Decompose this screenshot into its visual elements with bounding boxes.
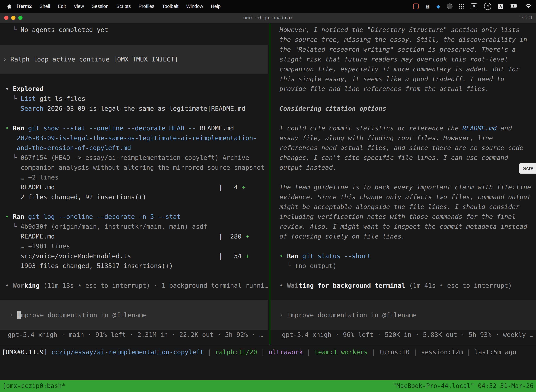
text-segment: essay file, along with finding root file… — [279, 134, 493, 142]
terminal-line: companion file, especially if more comme… — [279, 64, 536, 74]
window-title: omx --xhigh --madmax — [0, 15, 536, 21]
text-segment: king — [24, 282, 40, 289]
dots-grid-icon[interactable] — [459, 4, 464, 9]
menu-bar: iTerm2 Shell Edit View Session Scripts P… — [0, 0, 536, 13]
tmux-host-time-label: "MacBook-Pro-44.local" 04:52 31-Mar-26 — [393, 382, 534, 389]
screen-share-button[interactable]: Scre — [519, 163, 536, 174]
terminal-line: slight risk that future readers may over… — [279, 54, 536, 64]
text-segment: the "Related research writing" section i… — [279, 46, 516, 53]
text-segment: review. Also, I might want to inspect th… — [279, 223, 527, 230]
terminal-line: └ (no output) — [279, 261, 536, 271]
text-segment: companion analysis without altering the … — [5, 164, 264, 171]
text-segment: references need actual files, and since … — [279, 144, 523, 151]
text-segment: The team guideline is to back every impo… — [279, 183, 531, 191]
text-segment: | — [257, 348, 268, 356]
dots-grid-glyph — [459, 4, 460, 5]
prompt-input-left[interactable]: › Improve documentation in @filename — [0, 300, 268, 330]
apple-menu-icon[interactable] — [7, 4, 12, 9]
terminal-line: Considering citation options — [279, 104, 536, 113]
text-segment: … +1901 lines — [5, 243, 70, 250]
terminal-line: 2026-03-09-is-legal-the-same-as-legitima… — [5, 133, 270, 143]
terminal-line — [279, 94, 536, 104]
menu-item-session[interactable]: Session — [88, 4, 112, 9]
menu-item-shell[interactable]: Shell — [36, 4, 54, 9]
text-segment: README.md — [462, 125, 497, 132]
text-segment: 2 files changed, 92 insertions(+) — [5, 193, 146, 201]
terminal-pane-right[interactable]: However, I noticed the "Directory Struct… — [270, 23, 536, 345]
menu-item-edit[interactable]: Edit — [54, 4, 70, 9]
dark-circle-app-icon[interactable] — [447, 4, 452, 9]
menu-bar-status-icons: ▦ ◆ 8 .61 A — [413, 3, 536, 10]
text-segment: • — [279, 282, 287, 289]
text-segment: ting for background terminal — [298, 282, 405, 289]
prompt-input-right[interactable]: › Improve documentation in @filename — [270, 300, 536, 330]
terminal-line: • Working (11m 13s • esc to interrupt) ·… — [5, 281, 270, 290]
meter-61-icon[interactable]: .61 — [484, 3, 491, 10]
terminal-line — [279, 173, 536, 182]
text-segment — [5, 105, 21, 112]
text-segment: List — [21, 95, 36, 102]
text-segment: changes, I can't cite specific file line… — [279, 154, 508, 161]
prompt-input-left-text: › Improve documentation in @filename — [10, 310, 147, 320]
terminal-line: README.md | 280 + — [5, 232, 270, 241]
terminal-line: the source tree, missing the essay. Stil… — [279, 35, 536, 45]
keycap-8-icon[interactable]: 8 — [471, 3, 477, 9]
window-grid-icon[interactable]: ▦ — [425, 4, 430, 9]
text-segment: of focusing solely on file lines. — [279, 233, 405, 240]
text-segment: + — [245, 252, 249, 260]
text-segment: └ 4b9d30f (origin/main, instructkr/main,… — [5, 223, 207, 230]
text-segment: turns:10 — [379, 348, 410, 356]
text-segment: last:5m ago — [474, 348, 516, 356]
text-segment: (1m 41s • esc to interrupt) — [405, 282, 512, 289]
terminal-line: └ 4b9d30f (origin/main, instructkr/main,… — [5, 222, 270, 232]
scrollback-right: However, I noticed the "Directory Struct… — [279, 25, 536, 300]
text-segment: README.md — [200, 125, 234, 132]
text-segment: this single essay, it seems like a good … — [279, 75, 504, 83]
terminal-line: references need actual files, and since … — [279, 143, 536, 153]
text-segment: 2026-03-09-is-legal-the-same-as-legitima… — [43, 105, 245, 112]
text-segment: git ls-files — [36, 95, 85, 102]
text-segment: the source tree, missing the essay. Stil… — [279, 36, 527, 43]
model-status-right: gpt-5.4 xhigh · 96% left · 520K in · 5.8… — [279, 330, 536, 340]
menu-item-profiles[interactable]: Profiles — [135, 4, 158, 9]
terminal-line — [5, 271, 270, 281]
text-segment: + — [242, 183, 245, 191]
menu-item-window[interactable]: Window — [182, 4, 207, 9]
ralph-banner-text: › Ralph loop active continue [OMX_TMUX_I… — [3, 54, 178, 64]
menu-item-scripts[interactable]: Scripts — [112, 4, 135, 9]
terminal-line: • Waiting for background terminal (1m 41… — [279, 281, 536, 290]
screen-recording-icon[interactable] — [413, 4, 419, 9]
text-segment: git status --short — [298, 252, 371, 260]
text-segment: (11m 13s • esc to interrupt) · 1 backgro… — [40, 282, 268, 289]
ralph-inject-banner: › Ralph loop active continue [OMX_TMUX_I… — [0, 45, 268, 74]
input-source-icon[interactable]: A — [498, 4, 503, 9]
terminal-line: provide file and line references from th… — [279, 84, 536, 94]
terminal-pane-left[interactable]: └ No agents completed yet › Ralph loop a… — [0, 23, 270, 345]
menu-item-help[interactable]: Help — [207, 4, 225, 9]
terminal-line: this single essay, it seems like a good … — [279, 74, 536, 84]
text-segment: 1903 files changed, 513517 insertions(+) — [5, 262, 173, 269]
text-segment: README.md | 4 — [5, 183, 242, 191]
text-segment: | — [463, 348, 474, 356]
terminal-line: … +2 lines — [5, 173, 270, 182]
terminal-split: └ No agents completed yet › Ralph loop a… — [0, 23, 536, 345]
text-segment: team:1 workers — [314, 348, 368, 356]
text-segment: | — [303, 348, 314, 356]
blue-app-icon[interactable]: ◆ — [436, 4, 440, 9]
wifi-icon[interactable] — [526, 4, 531, 9]
menu-item-toolbelt[interactable]: Toolbelt — [158, 4, 182, 9]
text-segment: Explored — [13, 85, 43, 92]
menu-item-iterm2[interactable]: iTerm2 — [13, 4, 36, 9]
menu-item-view[interactable]: View — [70, 4, 88, 9]
battery-icon[interactable] — [510, 4, 519, 9]
tmux-status-bar: [omx-cczip0:bash* "MacBook-Pro-44.local"… — [0, 380, 536, 392]
text-segment: • — [5, 282, 13, 289]
text-segment: I — [17, 311, 21, 319]
terminal-line: README.md | 4 + — [5, 182, 270, 192]
text-segment: › — [3, 56, 10, 63]
model-status-left: gpt-5.4 xhigh · main · 91% left · 2.31M … — [5, 330, 270, 340]
terminal-line — [5, 202, 270, 212]
text-segment: and-the-erosion-of-copyleft.md — [5, 144, 131, 151]
text-segment: › — [10, 311, 17, 319]
text-segment: cczip/essay/ai-reimplementation-copyleft — [48, 348, 204, 356]
